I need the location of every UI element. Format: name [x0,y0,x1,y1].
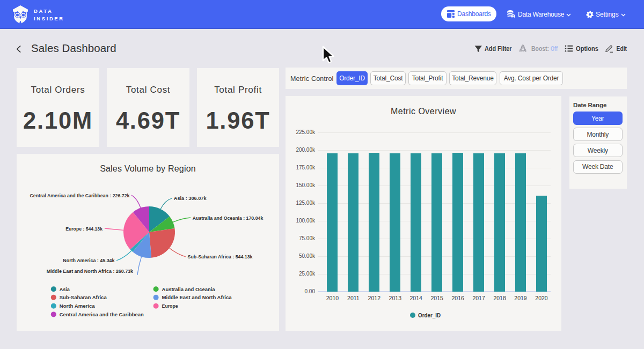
svg-text:Boost:: Boost: [531,45,549,53]
svg-text:Sub-Saharan Africa : 544.13k: Sub-Saharan Africa : 544.13k [188,254,253,259]
svg-text:Europe : 544.13k: Europe : 544.13k [65,226,103,232]
svg-text:Asia : 306.07k: Asia : 306.07k [174,195,207,201]
svg-text:Options: Options [576,45,598,53]
svg-text:North America : 45.34k: North America : 45.34k [63,257,115,263]
svg-text:Australia and Oceania: Australia and Oceania [162,286,216,292]
svg-text:Off: Off [551,45,558,53]
svg-text:Middle East and North Africa :: Middle East and North Africa : 260.73k [47,268,134,274]
svg-text:North America: North America [60,303,96,309]
svg-text:Central America and the Caribb: Central America and the Caribbean : 226.… [30,192,130,198]
svg-text:Australia and Oceania : 170.04: Australia and Oceania : 170.04k [193,215,264,221]
svg-text:Sub-Saharan Africa: Sub-Saharan Africa [60,294,107,300]
svg-text:Add Filter: Add Filter [485,45,512,53]
svg-text:Edit: Edit [617,45,627,53]
svg-text:Asia: Asia [60,286,70,292]
svg-text:Middle East and North Africa: Middle East and North Africa [162,294,232,300]
svg-text:Central America and the Caribb: Central America and the Caribbean [60,311,144,317]
svg-text:Order_ID: Order_ID [418,312,441,318]
svg-text:Europe: Europe [162,303,178,309]
